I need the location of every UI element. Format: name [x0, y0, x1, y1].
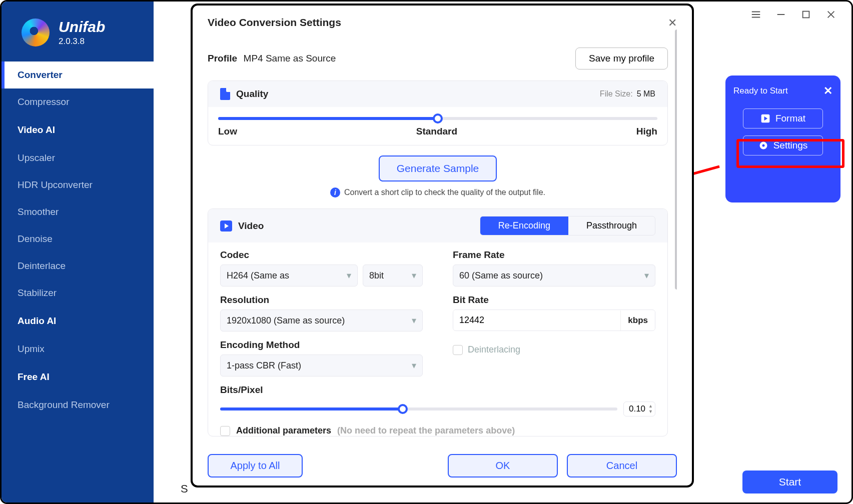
quality-slider[interactable] [218, 117, 657, 120]
sidebar-item-smoother[interactable]: Smoother [2, 198, 154, 226]
ok-button[interactable]: OK [448, 454, 558, 478]
svg-point-3 [762, 144, 764, 147]
file-size-label: File Size:5 MB [600, 90, 655, 98]
start-button[interactable]: Start [742, 470, 837, 494]
task-close-icon[interactable]: ✕ [823, 84, 832, 98]
bitspixel-slider[interactable] [220, 408, 617, 410]
additional-params-hint: (No need to repeat the parameters above) [337, 426, 515, 436]
deinterlacing-label: Deinterlacing [468, 344, 520, 355]
sidebar: Unifab 2.0.3.8 Converter Compressor Vide… [2, 2, 154, 502]
generate-sample-button[interactable]: Generate Sample [379, 156, 497, 182]
bitrate-label: Bit Rate [453, 294, 655, 306]
quality-tick-standard: Standard [416, 126, 457, 137]
format-button[interactable]: Format [743, 108, 823, 128]
codec-label: Codec [220, 250, 423, 260]
sidebar-item-deinterlace[interactable]: Deinterlace [2, 252, 154, 280]
file-icon [220, 88, 230, 100]
bitrate-input-group: kbps [453, 310, 655, 331]
gear-icon [758, 140, 768, 150]
settings-modal: Video Conversion Settings ✕ Profile MP4 … [191, 4, 694, 488]
settings-button-label: Settings [773, 140, 808, 151]
video-title: Video [238, 220, 264, 232]
quality-card: Quality File Size:5 MB Low Standard High [208, 80, 668, 146]
bitspixel-label: Bits/Pixel [220, 384, 655, 396]
stepper-down-icon[interactable]: ▼ [648, 410, 653, 414]
additional-params-checkbox[interactable] [220, 426, 230, 436]
profile-label: Profile [208, 53, 237, 64]
tab-passthrough[interactable]: Passthrough [568, 216, 655, 235]
info-icon: i [330, 188, 340, 198]
background-letter: S [181, 482, 188, 496]
format-button-label: Format [775, 113, 805, 124]
sidebar-heading-audio-ai: Audio AI [2, 306, 154, 336]
task-panel: Ready to Start ✕ Format Settings [725, 76, 840, 202]
app-logo-icon [22, 18, 50, 46]
sidebar-item-converter[interactable]: Converter [2, 62, 154, 88]
framerate-select[interactable]: 60 (Same as source)▾ [453, 264, 655, 286]
modal-scrollbar[interactable] [675, 30, 677, 290]
sidebar-item-compressor[interactable]: Compressor [2, 88, 154, 116]
stepper-up-icon[interactable]: ▲ [648, 404, 653, 408]
brand-name: Unifab [59, 18, 105, 36]
quality-slider-thumb[interactable] [433, 114, 443, 124]
bitspixel-value: 0.10 [629, 404, 645, 414]
video-card: Video Re-Encoding Passthrough Codec H264… [208, 208, 668, 436]
encmethod-label: Encoding Method [220, 340, 423, 350]
sidebar-heading-video-ai: Video AI [2, 116, 154, 144]
quality-title: Quality [236, 88, 268, 100]
save-profile-button[interactable]: Save my profile [575, 48, 668, 70]
codec-select[interactable]: H264 (Same as▾ [220, 264, 358, 286]
maximize-button[interactable] [800, 9, 811, 20]
play-square-icon [760, 114, 770, 124]
resolution-label: Resolution [220, 294, 423, 306]
task-status: Ready to Start [733, 86, 788, 96]
bitspixel-slider-thumb[interactable] [398, 404, 408, 414]
close-window-button[interactable] [825, 9, 836, 20]
sidebar-item-hdr-upconverter[interactable]: HDR Upconverter [2, 172, 154, 198]
settings-button[interactable]: Settings [743, 136, 823, 156]
sidebar-item-denoise[interactable]: Denoise [2, 226, 154, 252]
profile-value: MP4 Same as Source [244, 53, 336, 64]
bitdepth-select[interactable]: 8bit▾ [363, 264, 423, 286]
video-icon [220, 220, 232, 232]
sidebar-heading-free-ai: Free AI [2, 362, 154, 392]
additional-params-label: Additional parameters [236, 426, 331, 436]
video-mode-segment: Re-Encoding Passthrough [480, 216, 655, 236]
sidebar-item-upscaler[interactable]: Upscaler [2, 144, 154, 172]
cancel-button[interactable]: Cancel [567, 454, 677, 478]
hamburger-icon[interactable] [750, 9, 761, 20]
deinterlacing-checkbox[interactable] [453, 345, 463, 355]
quality-tick-high: High [636, 126, 657, 137]
tab-re-encoding[interactable]: Re-Encoding [480, 216, 568, 235]
modal-close-icon[interactable]: ✕ [668, 16, 677, 30]
sidebar-item-background-remover[interactable]: Background Remover [2, 392, 154, 418]
framerate-label: Frame Rate [453, 250, 655, 260]
resolution-select[interactable]: 1920x1080 (Same as source)▾ [220, 310, 423, 332]
svg-rect-0 [803, 12, 809, 18]
bitspixel-stepper[interactable]: 0.10 ▲▼ [623, 402, 655, 416]
minimize-button[interactable] [775, 9, 786, 20]
bitrate-unit: kbps [620, 310, 655, 330]
encmethod-select[interactable]: 1-pass CBR (Fast)▾ [220, 354, 423, 376]
quality-tick-low: Low [218, 126, 237, 137]
apply-to-all-button[interactable]: Apply to All [208, 454, 303, 478]
sidebar-item-stabilizer[interactable]: Stabilizer [2, 280, 154, 306]
brand-version: 2.0.3.8 [59, 36, 105, 46]
sidebar-item-upmix[interactable]: Upmix [2, 336, 154, 362]
bitrate-input[interactable] [453, 310, 620, 330]
sample-hint: Convert a short clip to check the qualit… [344, 188, 545, 197]
modal-title: Video Conversion Settings [208, 16, 341, 28]
